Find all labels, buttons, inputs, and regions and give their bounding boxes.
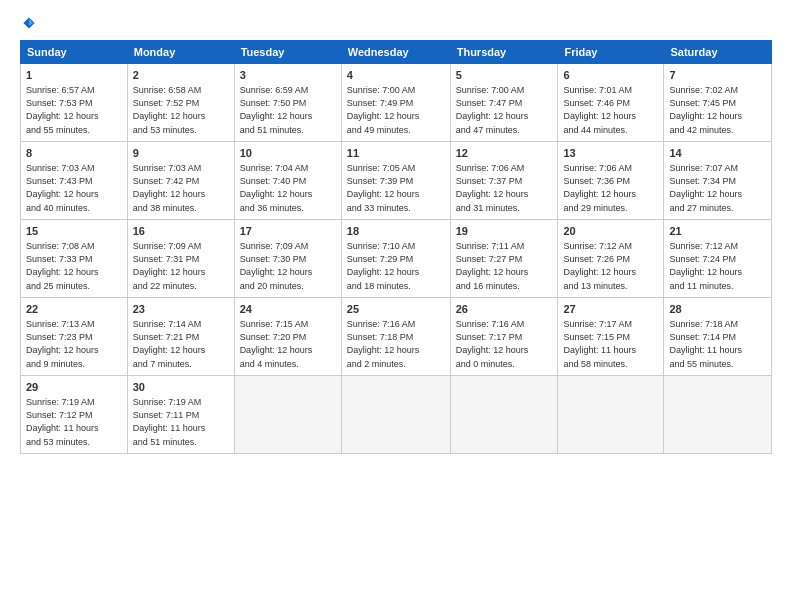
calendar-table: SundayMondayTuesdayWednesdayThursdayFrid… bbox=[20, 40, 772, 454]
day-number: 3 bbox=[240, 68, 336, 83]
calendar-cell: 29Sunrise: 7:19 AM Sunset: 7:12 PM Dayli… bbox=[21, 376, 128, 454]
day-info: Sunrise: 7:03 AM Sunset: 7:42 PM Dayligh… bbox=[133, 162, 229, 214]
calendar-cell: 21Sunrise: 7:12 AM Sunset: 7:24 PM Dayli… bbox=[664, 220, 772, 298]
calendar-header-saturday: Saturday bbox=[664, 41, 772, 64]
day-info: Sunrise: 7:13 AM Sunset: 7:23 PM Dayligh… bbox=[26, 318, 122, 370]
day-info: Sunrise: 7:16 AM Sunset: 7:18 PM Dayligh… bbox=[347, 318, 445, 370]
day-info: Sunrise: 7:12 AM Sunset: 7:26 PM Dayligh… bbox=[563, 240, 658, 292]
day-number: 19 bbox=[456, 224, 553, 239]
day-number: 12 bbox=[456, 146, 553, 161]
calendar-cell: 17Sunrise: 7:09 AM Sunset: 7:30 PM Dayli… bbox=[234, 220, 341, 298]
day-number: 16 bbox=[133, 224, 229, 239]
calendar-cell: 20Sunrise: 7:12 AM Sunset: 7:26 PM Dayli… bbox=[558, 220, 664, 298]
calendar-cell: 14Sunrise: 7:07 AM Sunset: 7:34 PM Dayli… bbox=[664, 142, 772, 220]
calendar-cell: 25Sunrise: 7:16 AM Sunset: 7:18 PM Dayli… bbox=[341, 298, 450, 376]
calendar-cell: 30Sunrise: 7:19 AM Sunset: 7:11 PM Dayli… bbox=[127, 376, 234, 454]
calendar-cell: 16Sunrise: 7:09 AM Sunset: 7:31 PM Dayli… bbox=[127, 220, 234, 298]
calendar-header-sunday: Sunday bbox=[21, 41, 128, 64]
day-number: 30 bbox=[133, 380, 229, 395]
calendar-week-5: 29Sunrise: 7:19 AM Sunset: 7:12 PM Dayli… bbox=[21, 376, 772, 454]
day-number: 29 bbox=[26, 380, 122, 395]
day-info: Sunrise: 7:00 AM Sunset: 7:47 PM Dayligh… bbox=[456, 84, 553, 136]
calendar-header-tuesday: Tuesday bbox=[234, 41, 341, 64]
day-info: Sunrise: 7:15 AM Sunset: 7:20 PM Dayligh… bbox=[240, 318, 336, 370]
day-number: 1 bbox=[26, 68, 122, 83]
day-info: Sunrise: 7:10 AM Sunset: 7:29 PM Dayligh… bbox=[347, 240, 445, 292]
day-number: 13 bbox=[563, 146, 658, 161]
day-number: 10 bbox=[240, 146, 336, 161]
day-info: Sunrise: 6:59 AM Sunset: 7:50 PM Dayligh… bbox=[240, 84, 336, 136]
day-number: 14 bbox=[669, 146, 766, 161]
calendar-cell: 23Sunrise: 7:14 AM Sunset: 7:21 PM Dayli… bbox=[127, 298, 234, 376]
day-info: Sunrise: 7:06 AM Sunset: 7:37 PM Dayligh… bbox=[456, 162, 553, 214]
calendar-cell: 12Sunrise: 7:06 AM Sunset: 7:37 PM Dayli… bbox=[450, 142, 558, 220]
calendar-cell bbox=[341, 376, 450, 454]
calendar-cell: 11Sunrise: 7:05 AM Sunset: 7:39 PM Dayli… bbox=[341, 142, 450, 220]
logo bbox=[20, 16, 36, 30]
calendar-cell: 13Sunrise: 7:06 AM Sunset: 7:36 PM Dayli… bbox=[558, 142, 664, 220]
calendar-cell: 4Sunrise: 7:00 AM Sunset: 7:49 PM Daylig… bbox=[341, 64, 450, 142]
day-info: Sunrise: 7:05 AM Sunset: 7:39 PM Dayligh… bbox=[347, 162, 445, 214]
day-number: 24 bbox=[240, 302, 336, 317]
calendar-cell bbox=[558, 376, 664, 454]
day-number: 20 bbox=[563, 224, 658, 239]
day-number: 22 bbox=[26, 302, 122, 317]
day-info: Sunrise: 7:03 AM Sunset: 7:43 PM Dayligh… bbox=[26, 162, 122, 214]
day-number: 8 bbox=[26, 146, 122, 161]
calendar-cell bbox=[664, 376, 772, 454]
day-number: 21 bbox=[669, 224, 766, 239]
day-info: Sunrise: 7:04 AM Sunset: 7:40 PM Dayligh… bbox=[240, 162, 336, 214]
day-info: Sunrise: 7:19 AM Sunset: 7:12 PM Dayligh… bbox=[26, 396, 122, 448]
day-info: Sunrise: 6:58 AM Sunset: 7:52 PM Dayligh… bbox=[133, 84, 229, 136]
day-number: 25 bbox=[347, 302, 445, 317]
header bbox=[20, 16, 772, 30]
day-number: 23 bbox=[133, 302, 229, 317]
day-info: Sunrise: 7:14 AM Sunset: 7:21 PM Dayligh… bbox=[133, 318, 229, 370]
calendar-cell: 2Sunrise: 6:58 AM Sunset: 7:52 PM Daylig… bbox=[127, 64, 234, 142]
day-number: 17 bbox=[240, 224, 336, 239]
calendar-cell: 1Sunrise: 6:57 AM Sunset: 7:53 PM Daylig… bbox=[21, 64, 128, 142]
calendar-cell: 26Sunrise: 7:16 AM Sunset: 7:17 PM Dayli… bbox=[450, 298, 558, 376]
calendar-header-monday: Monday bbox=[127, 41, 234, 64]
day-info: Sunrise: 7:18 AM Sunset: 7:14 PM Dayligh… bbox=[669, 318, 766, 370]
calendar-cell: 22Sunrise: 7:13 AM Sunset: 7:23 PM Dayli… bbox=[21, 298, 128, 376]
day-number: 28 bbox=[669, 302, 766, 317]
day-number: 5 bbox=[456, 68, 553, 83]
calendar-cell: 7Sunrise: 7:02 AM Sunset: 7:45 PM Daylig… bbox=[664, 64, 772, 142]
calendar-cell: 24Sunrise: 7:15 AM Sunset: 7:20 PM Dayli… bbox=[234, 298, 341, 376]
calendar-cell: 18Sunrise: 7:10 AM Sunset: 7:29 PM Dayli… bbox=[341, 220, 450, 298]
day-info: Sunrise: 7:12 AM Sunset: 7:24 PM Dayligh… bbox=[669, 240, 766, 292]
day-info: Sunrise: 7:07 AM Sunset: 7:34 PM Dayligh… bbox=[669, 162, 766, 214]
day-number: 11 bbox=[347, 146, 445, 161]
day-number: 2 bbox=[133, 68, 229, 83]
day-number: 15 bbox=[26, 224, 122, 239]
day-info: Sunrise: 6:57 AM Sunset: 7:53 PM Dayligh… bbox=[26, 84, 122, 136]
calendar-week-1: 1Sunrise: 6:57 AM Sunset: 7:53 PM Daylig… bbox=[21, 64, 772, 142]
day-info: Sunrise: 7:00 AM Sunset: 7:49 PM Dayligh… bbox=[347, 84, 445, 136]
page: SundayMondayTuesdayWednesdayThursdayFrid… bbox=[0, 0, 792, 612]
calendar-cell: 3Sunrise: 6:59 AM Sunset: 7:50 PM Daylig… bbox=[234, 64, 341, 142]
day-info: Sunrise: 7:02 AM Sunset: 7:45 PM Dayligh… bbox=[669, 84, 766, 136]
calendar-cell: 10Sunrise: 7:04 AM Sunset: 7:40 PM Dayli… bbox=[234, 142, 341, 220]
day-info: Sunrise: 7:09 AM Sunset: 7:30 PM Dayligh… bbox=[240, 240, 336, 292]
calendar-week-3: 15Sunrise: 7:08 AM Sunset: 7:33 PM Dayli… bbox=[21, 220, 772, 298]
day-number: 6 bbox=[563, 68, 658, 83]
day-number: 7 bbox=[669, 68, 766, 83]
calendar-cell: 8Sunrise: 7:03 AM Sunset: 7:43 PM Daylig… bbox=[21, 142, 128, 220]
calendar-cell: 5Sunrise: 7:00 AM Sunset: 7:47 PM Daylig… bbox=[450, 64, 558, 142]
day-info: Sunrise: 7:16 AM Sunset: 7:17 PM Dayligh… bbox=[456, 318, 553, 370]
day-number: 9 bbox=[133, 146, 229, 161]
day-info: Sunrise: 7:01 AM Sunset: 7:46 PM Dayligh… bbox=[563, 84, 658, 136]
day-info: Sunrise: 7:19 AM Sunset: 7:11 PM Dayligh… bbox=[133, 396, 229, 448]
calendar-week-2: 8Sunrise: 7:03 AM Sunset: 7:43 PM Daylig… bbox=[21, 142, 772, 220]
day-info: Sunrise: 7:08 AM Sunset: 7:33 PM Dayligh… bbox=[26, 240, 122, 292]
day-info: Sunrise: 7:17 AM Sunset: 7:15 PM Dayligh… bbox=[563, 318, 658, 370]
calendar-header-row: SundayMondayTuesdayWednesdayThursdayFrid… bbox=[21, 41, 772, 64]
calendar-week-4: 22Sunrise: 7:13 AM Sunset: 7:23 PM Dayli… bbox=[21, 298, 772, 376]
logo-icon bbox=[22, 16, 36, 30]
day-number: 26 bbox=[456, 302, 553, 317]
calendar-cell: 19Sunrise: 7:11 AM Sunset: 7:27 PM Dayli… bbox=[450, 220, 558, 298]
calendar-header-friday: Friday bbox=[558, 41, 664, 64]
calendar-cell: 15Sunrise: 7:08 AM Sunset: 7:33 PM Dayli… bbox=[21, 220, 128, 298]
day-number: 27 bbox=[563, 302, 658, 317]
